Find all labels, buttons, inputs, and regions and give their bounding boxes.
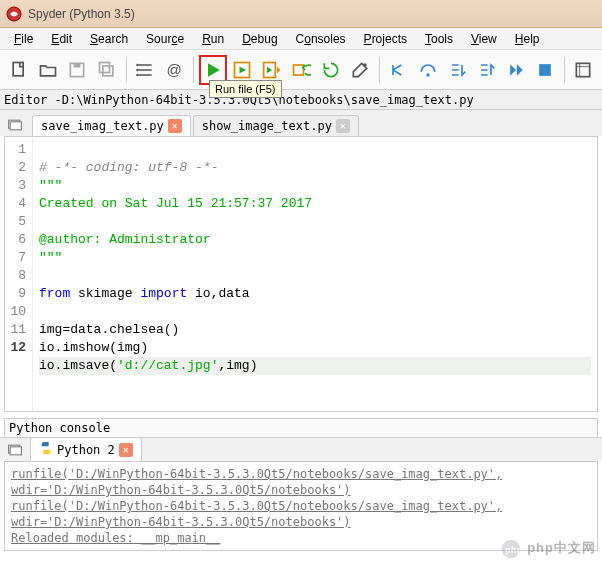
save-file-button[interactable] — [64, 55, 91, 85]
browse-console-tabs-button[interactable] — [4, 439, 26, 461]
console-output-line: runfile('D:/WinPython-64bit-3.5.3.0Qt5/n… — [11, 466, 591, 498]
close-tab-icon[interactable]: ✕ — [119, 443, 133, 457]
console-tab-python2[interactable]: Python 2 ✕ — [30, 437, 142, 461]
tab-show-image-text[interactable]: show_image_text.py ✕ — [193, 115, 359, 136]
toolbar-separator — [193, 57, 194, 83]
svg-rect-5 — [103, 65, 113, 75]
toolbar: @ Run file (F5) — [0, 50, 602, 90]
window-title: Spyder (Python 3.5) — [28, 7, 135, 21]
maximize-button[interactable] — [570, 55, 597, 85]
menu-debug[interactable]: Debug — [234, 30, 285, 48]
python-console[interactable]: runfile('D:/WinPython-64bit-3.5.3.0Qt5/n… — [4, 461, 598, 551]
console-tab-label: Python 2 — [57, 443, 115, 457]
editor-tabs: save_imag_text.py ✕ show_image_text.py ✕ — [0, 110, 602, 136]
tab-label: show_image_text.py — [202, 119, 332, 133]
menu-view[interactable]: View — [463, 30, 505, 48]
svg-point-13 — [363, 63, 366, 66]
menu-run[interactable]: Run — [194, 30, 232, 48]
svg-point-6 — [136, 63, 139, 66]
menu-projects[interactable]: Projects — [356, 30, 415, 48]
editor-label: Editor - — [4, 93, 62, 107]
console-panel-title: Python console — [4, 418, 598, 437]
step-out-button[interactable] — [473, 55, 500, 85]
save-all-button[interactable] — [93, 55, 120, 85]
new-file-button[interactable] — [5, 55, 32, 85]
svg-rect-20 — [10, 447, 21, 455]
continue-button[interactable] — [502, 55, 529, 85]
code-area[interactable]: # -*- coding: utf-8 -*- """ Created on S… — [33, 137, 597, 411]
menu-help[interactable]: Help — [507, 30, 548, 48]
svg-rect-18 — [10, 122, 21, 130]
browse-tabs-button[interactable] — [4, 114, 26, 136]
stop-debug-button[interactable] — [531, 55, 558, 85]
svg-rect-15 — [539, 64, 551, 76]
toolbar-separator — [126, 57, 127, 83]
menu-consoles[interactable]: Consoles — [288, 30, 354, 48]
app-icon — [6, 6, 22, 22]
run-selection-button[interactable] — [288, 55, 315, 85]
svg-rect-12 — [294, 65, 304, 75]
svg-point-8 — [136, 73, 139, 76]
svg-rect-1 — [13, 62, 23, 75]
menu-search[interactable]: Search — [82, 30, 136, 48]
step-into-button[interactable] — [443, 55, 470, 85]
close-tab-icon[interactable]: ✕ — [168, 119, 182, 133]
window-titlebar: Spyder (Python 3.5) — [0, 0, 602, 28]
toolbar-separator — [379, 57, 380, 83]
tab-label: save_imag_text.py — [41, 119, 164, 133]
debug-button[interactable] — [385, 55, 412, 85]
editor-path-bar: Editor - D:\WinPython-64bit-3.5.3.0Qt5\n… — [0, 90, 602, 110]
console-output-line: runfile('D:/WinPython-64bit-3.5.3.0Qt5/n… — [11, 498, 591, 530]
svg-text:@: @ — [167, 61, 182, 78]
at-button[interactable]: @ — [161, 55, 188, 85]
console-tabs: Python 2 ✕ — [0, 437, 602, 461]
outline-button[interactable] — [131, 55, 158, 85]
tab-save-imag-text[interactable]: save_imag_text.py ✕ — [32, 115, 191, 136]
svg-rect-16 — [577, 63, 590, 76]
close-tab-icon[interactable]: ✕ — [336, 119, 350, 133]
menu-source[interactable]: Source — [138, 30, 192, 48]
svg-point-14 — [426, 73, 429, 76]
step-over-button[interactable] — [414, 55, 441, 85]
svg-point-7 — [136, 68, 139, 71]
svg-rect-3 — [74, 63, 81, 67]
menu-tools[interactable]: Tools — [417, 30, 461, 48]
run-tooltip: Run file (F5) — [209, 80, 282, 98]
console-output-line: Reloaded modules: __mp_main__ — [11, 530, 591, 546]
svg-rect-4 — [99, 62, 109, 72]
menu-file[interactable]: File — [6, 30, 41, 48]
open-file-button[interactable] — [34, 55, 61, 85]
line-gutter: 123 456 789 101112 — [5, 137, 33, 411]
python-icon — [39, 441, 53, 458]
toolbar-separator — [564, 57, 565, 83]
code-editor[interactable]: 123 456 789 101112 # -*- coding: utf-8 -… — [4, 136, 598, 412]
menu-edit[interactable]: Edit — [43, 30, 80, 48]
menubar: File Edit Search Source Run Debug Consol… — [0, 28, 602, 50]
configure-button[interactable] — [346, 55, 373, 85]
run-again-button[interactable] — [317, 55, 344, 85]
